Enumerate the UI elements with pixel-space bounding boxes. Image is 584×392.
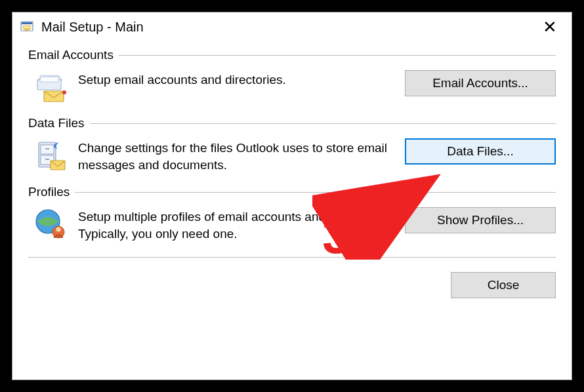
dialog-footer: Close [28,254,556,298]
close-button[interactable]: Close [451,272,556,298]
annotation-number: 3 [322,206,350,265]
dialog-content: Email Accounts Setup em [12,41,572,380]
separator [119,55,556,56]
mail-setup-dialog: Mail Setup - Main ✕ Email Accounts [12,12,572,380]
group-desc-email: Setup email accounts and directories. [78,70,394,88]
group-email-accounts: Email Accounts Setup em [28,48,556,104]
separator [28,257,556,258]
separator [90,123,556,124]
group-header-datafiles: Data Files [28,116,556,130]
printer-envelope-icon [33,70,68,104]
svg-rect-1 [22,22,32,24]
separator [75,192,556,193]
group-desc-datafiles: Change settings for the files Outlook us… [78,138,394,173]
group-profiles: Profiles Setup multiple [28,185,556,242]
group-header-profiles: Profiles [28,185,556,199]
file-cabinet-icon [33,138,68,172]
group-label-datafiles: Data Files [28,116,85,130]
svg-rect-12 [45,159,49,160]
svg-point-17 [56,227,61,232]
titlebar: Mail Setup - Main ✕ [12,12,572,41]
close-icon[interactable]: ✕ [535,14,565,39]
svg-rect-3 [23,26,31,29]
group-data-files: Data Files [28,116,556,173]
svg-rect-11 [45,148,49,149]
email-accounts-button[interactable]: Email Accounts... [405,70,556,96]
group-label-email: Email Accounts [28,48,114,62]
group-header-email: Email Accounts [28,48,556,62]
dialog-title: Mail Setup - Main [41,20,535,35]
show-profiles-button[interactable]: Show Profiles... [405,207,556,233]
group-label-profiles: Profiles [28,185,70,199]
data-files-button[interactable]: Data Files... [405,138,556,165]
globe-user-icon [33,207,68,241]
svg-point-7 [62,90,66,94]
app-icon [19,19,35,35]
